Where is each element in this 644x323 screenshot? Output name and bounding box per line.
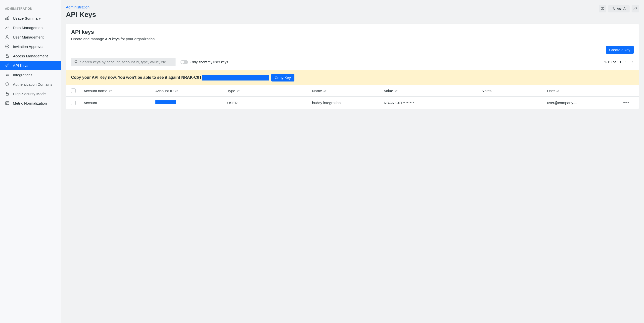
- svg-rect-0: [6, 18, 6, 20]
- svg-line-14: [77, 62, 78, 63]
- banner-text: Copy your API Key now. You won't be able…: [71, 75, 269, 80]
- sidebar-item-label: Integrations: [13, 73, 32, 77]
- col-account-id[interactable]: Account ID▴▾: [156, 89, 227, 93]
- breadcrumb[interactable]: Administration: [66, 5, 96, 9]
- swap-icon: [5, 72, 10, 77]
- sidebar-item-label: Access Management: [13, 54, 48, 58]
- search-icon: [74, 60, 78, 64]
- pagination: 1-13 of 13: [604, 60, 634, 64]
- pagination-text: 1-13 of 13: [604, 60, 621, 64]
- row-actions-button[interactable]: •••: [619, 100, 634, 105]
- svg-point-4: [6, 45, 9, 48]
- shield-icon: [5, 82, 10, 86]
- create-key-button[interactable]: Create a key: [606, 46, 634, 54]
- cell-name: buddy integration: [312, 101, 384, 105]
- sort-icon: ▴▾: [394, 90, 398, 91]
- cell-type: USER: [227, 101, 312, 105]
- only-my-keys-toggle[interactable]: [180, 60, 188, 64]
- redacted-id-icon: [156, 100, 176, 104]
- lock-icon: [5, 91, 10, 96]
- table-head: Account name▴▾ Account ID▴▾ Type▴▾ Name▴…: [66, 85, 639, 97]
- cell-value: NRAK-C0T********: [384, 101, 482, 105]
- svg-point-12: [602, 9, 603, 9]
- svg-rect-8: [6, 102, 9, 105]
- sidebar: ADMINISTRATION Usage Summary Data Manage…: [0, 0, 61, 323]
- line-chart-icon: [5, 25, 10, 30]
- sidebar-item-metric-normalization[interactable]: Metric Normalization: [0, 98, 61, 108]
- col-type[interactable]: Type▴▾: [227, 89, 312, 93]
- help-circle-icon: [600, 6, 604, 11]
- col-account-name[interactable]: Account name▴▾: [84, 89, 156, 93]
- search-input[interactable]: [80, 60, 172, 64]
- cell-account-id: [156, 100, 227, 105]
- row-checkbox[interactable]: [71, 101, 76, 105]
- sidebar-item-invitation-approval[interactable]: Invitation Approval: [0, 42, 61, 51]
- sidebar-item-user-management[interactable]: User Management: [0, 32, 61, 42]
- prev-page-button[interactable]: [624, 60, 627, 64]
- lock-icon: [5, 54, 10, 58]
- link-icon: [633, 6, 637, 11]
- cell-account-name: Account: [84, 101, 156, 105]
- svg-point-3: [6, 35, 8, 37]
- card-title: API keys: [71, 29, 634, 35]
- link-button[interactable]: [632, 5, 639, 12]
- sidebar-header: ADMINISTRATION: [0, 5, 61, 13]
- card-subtitle: Create and manage API keys for your orga…: [71, 37, 634, 41]
- sidebar-item-api-keys[interactable]: API Keys: [0, 61, 61, 70]
- sort-icon: ▴▾: [175, 90, 178, 91]
- table-row: Account USER buddy integration NRAK-C0T*…: [66, 97, 639, 109]
- header-actions: Ask AI: [599, 5, 639, 12]
- copy-key-button[interactable]: Copy Key: [271, 74, 294, 81]
- svg-rect-1: [7, 17, 8, 20]
- sparkle-icon: [611, 6, 615, 11]
- page-title: API Keys: [66, 11, 96, 19]
- svg-rect-2: [8, 17, 9, 20]
- toggle-label: Only show my user keys: [190, 60, 228, 64]
- svg-rect-5: [6, 56, 9, 58]
- api-keys-card: API keys Create and manage API keys for …: [66, 23, 639, 109]
- sidebar-item-label: Authentication Domains: [13, 82, 52, 86]
- sidebar-item-authentication-domains[interactable]: Authentication Domains: [0, 79, 61, 89]
- sort-icon: ▴▾: [324, 90, 326, 91]
- check-circle-icon: [5, 44, 10, 49]
- sidebar-item-label: Data Management: [13, 25, 44, 30]
- next-page-button[interactable]: [631, 60, 634, 64]
- main-content: Administration API Keys Ask AI: [61, 0, 644, 323]
- search-box[interactable]: [71, 58, 176, 66]
- sidebar-item-high-security-mode[interactable]: High-Security Mode: [0, 89, 61, 98]
- copy-key-banner: Copy your API Key now. You won't be able…: [66, 70, 639, 85]
- sidebar-item-label: Usage Summary: [13, 16, 41, 20]
- col-value[interactable]: Value▴▾: [384, 89, 482, 93]
- sort-icon: ▴▾: [109, 90, 112, 91]
- col-name[interactable]: Name▴▾: [312, 89, 384, 93]
- sidebar-item-usage-summary[interactable]: Usage Summary: [0, 13, 61, 23]
- select-all-checkbox[interactable]: [71, 88, 76, 93]
- sidebar-item-data-management[interactable]: Data Management: [0, 23, 61, 32]
- layout-icon: [5, 101, 10, 105]
- sidebar-item-integrations[interactable]: Integrations: [0, 70, 61, 79]
- user-icon: [5, 35, 10, 39]
- svg-point-6: [6, 65, 7, 67]
- sidebar-item-access-management[interactable]: Access Management: [0, 51, 61, 61]
- sidebar-item-label: API Keys: [13, 63, 28, 68]
- cell-user: user@company....: [547, 101, 619, 105]
- ask-ai-button[interactable]: Ask AI: [608, 5, 630, 12]
- sidebar-item-label: Metric Normalization: [13, 101, 47, 105]
- col-notes: Notes: [482, 89, 547, 93]
- key-icon: [5, 63, 10, 68]
- svg-point-13: [75, 60, 77, 63]
- ask-ai-label: Ask AI: [617, 7, 626, 11]
- bar-chart-icon: [5, 16, 10, 20]
- sort-icon: ▴▾: [556, 90, 560, 91]
- sort-icon: ▴▾: [237, 90, 240, 91]
- sidebar-item-label: User Management: [13, 35, 44, 39]
- redacted-key-icon: [202, 75, 269, 80]
- svg-rect-7: [6, 93, 9, 95]
- help-button[interactable]: [599, 5, 606, 12]
- col-user[interactable]: User▴▾: [547, 89, 619, 93]
- api-keys-table: Account name▴▾ Account ID▴▾ Type▴▾ Name▴…: [66, 85, 639, 109]
- main-header: Administration API Keys Ask AI: [61, 0, 644, 21]
- sidebar-item-label: High-Security Mode: [13, 92, 46, 96]
- sidebar-item-label: Invitation Approval: [13, 44, 44, 49]
